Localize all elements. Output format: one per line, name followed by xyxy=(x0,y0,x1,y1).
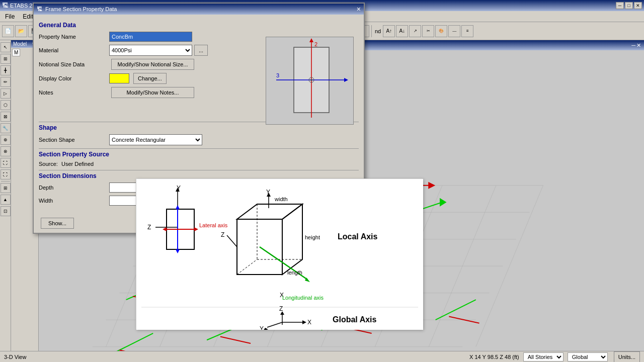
show-button[interactable]: Show... xyxy=(41,218,74,229)
text-up-btn[interactable]: A↑ xyxy=(383,25,395,37)
general-data-label: General Data xyxy=(39,22,359,29)
more-btn[interactable]: ≡ xyxy=(461,25,473,37)
text-dn-btn[interactable]: A↓ xyxy=(396,25,408,37)
left-tool-4[interactable]: ✏ xyxy=(1,77,11,87)
section-preview: 2 3 xyxy=(266,37,354,125)
svg-marker-70 xyxy=(309,38,313,42)
units-label: nd xyxy=(374,28,382,34)
svg-text:Z: Z xyxy=(221,231,224,238)
dialog-icon: 🏗 xyxy=(37,6,42,12)
material-label: Material xyxy=(39,47,109,53)
minimize-button[interactable]: ─ xyxy=(616,2,624,9)
axis-diagram[interactable]: Y Z Lateral axis Y xyxy=(136,178,423,329)
left-tool-11[interactable]: ⛶ xyxy=(1,158,11,168)
notional-size-row: Notional Size Data Modify/Show Notional … xyxy=(39,59,266,70)
left-tool-7[interactable]: ⊠ xyxy=(1,112,11,122)
section-shape-label: Section Shape xyxy=(39,137,109,143)
dialog-close-button[interactable]: × xyxy=(357,5,361,13)
change-color-button[interactable]: Change... xyxy=(133,73,167,84)
left-tool-6[interactable]: ⬡ xyxy=(1,100,11,110)
app-icon: 🏗 xyxy=(2,2,8,9)
svg-text:height: height xyxy=(305,234,320,240)
left-sep-1 xyxy=(1,181,10,182)
material-row: Material 4000Psi 3000Psi 5000Psi ... xyxy=(39,45,266,56)
svg-text:Z: Z xyxy=(279,305,283,312)
svg-text:X: X xyxy=(307,319,311,326)
maximize-button[interactable]: □ xyxy=(625,2,633,9)
dialog-title-text: Frame Section Property Data xyxy=(45,6,117,12)
svg-point-76 xyxy=(310,79,312,81)
left-tool-15[interactable]: ⊡ xyxy=(1,206,11,216)
general-data-section: Property Name Material 4000Psi 3000Psi 5… xyxy=(39,32,359,120)
left-panel: ↖ ⊞ ╋ ✏ ▷ ⬡ ⊠ 🔧 ⊕ ⊗ ⛶ ⛶ ⊞ ▲ ⊡ xyxy=(0,40,11,351)
stories-dropdown[interactable]: All Stories xyxy=(523,352,564,361)
svg-text:Z: Z xyxy=(147,224,151,231)
notes-button[interactable]: Modify/Show Notes... xyxy=(111,87,194,98)
left-tool-5[interactable]: ▷ xyxy=(1,88,11,99)
svg-text:2: 2 xyxy=(314,41,317,47)
source-row: Source: User Defined xyxy=(39,161,359,167)
section-shape-select[interactable]: Concrete Rectangular Concrete Circular S… xyxy=(109,134,202,145)
line-btn[interactable]: — xyxy=(448,25,460,37)
new-button[interactable]: 📄 xyxy=(2,25,14,37)
open-button[interactable]: 📂 xyxy=(15,25,27,37)
svg-text:Local Axis: Local Axis xyxy=(338,232,378,241)
svg-text:length: length xyxy=(287,269,302,276)
dialog-title-bar: 🏗 Frame Section Property Data × xyxy=(34,4,364,15)
divider-2 xyxy=(39,148,359,149)
left-tool-3[interactable]: ╋ xyxy=(1,65,11,75)
notional-size-label: Notional Size Data xyxy=(39,61,109,67)
svg-text:Global Axis: Global Axis xyxy=(333,315,377,324)
display-color-row: Display Color Change... xyxy=(39,73,266,84)
status-view-label: 3-D View xyxy=(4,354,26,360)
toolbar-separator-9 xyxy=(371,25,372,37)
preview-svg: 2 3 xyxy=(266,37,354,125)
model-tab[interactable]: M xyxy=(12,49,20,56)
pointer2-btn[interactable]: ↗ xyxy=(409,25,421,37)
menu-file[interactable]: File xyxy=(1,12,19,21)
color-btn[interactable]: 🎨 xyxy=(435,25,447,37)
shape-label: Shape xyxy=(39,124,359,131)
svg-text:Y: Y xyxy=(260,325,264,330)
svg-text:Lateral axis: Lateral axis xyxy=(199,222,228,228)
left-tool-12[interactable]: ⛶ xyxy=(1,169,11,179)
source-label: Source: User Defined xyxy=(39,161,109,167)
section-cut-btn[interactable]: ✂ xyxy=(422,25,434,37)
left-tool-8[interactable]: 🔧 xyxy=(1,123,11,133)
property-name-input[interactable] xyxy=(109,32,192,42)
left-tool-9[interactable]: ⊕ xyxy=(1,135,11,145)
section-shape-row: Section Shape Concrete Rectangular Concr… xyxy=(39,134,359,145)
svg-marker-73 xyxy=(344,78,348,82)
left-tool-2[interactable]: ⊞ xyxy=(1,54,11,64)
divider-3 xyxy=(39,170,359,170)
close-button[interactable]: ✕ xyxy=(634,2,642,9)
svg-text:3: 3 xyxy=(276,72,279,78)
depth-label: Depth xyxy=(39,185,109,191)
left-tool-13[interactable]: ⊞ xyxy=(1,183,11,193)
svg-text:width: width xyxy=(274,196,288,202)
notes-row: Notes Modify/Show Notes... xyxy=(39,87,266,98)
view-close[interactable]: ✕ xyxy=(636,42,641,49)
left-tool-10[interactable]: ⊗ xyxy=(1,146,11,156)
color-swatch xyxy=(109,73,129,83)
notional-size-button[interactable]: Modify/Show Notional Size... xyxy=(111,59,194,70)
svg-text:Longitudinal axis: Longitudinal axis xyxy=(282,295,324,301)
general-data-left: Property Name Material 4000Psi 3000Psi 5… xyxy=(39,32,266,120)
left-tool-14[interactable]: ▲ xyxy=(1,195,11,205)
width-label: Width xyxy=(39,198,109,204)
property-name-row: Property Name xyxy=(39,32,266,42)
title-bar-right[interactable]: ─ □ ✕ xyxy=(616,2,642,9)
view-controls[interactable]: ─ ✕ xyxy=(631,42,641,49)
units-button[interactable]: Units... xyxy=(614,351,640,363)
material-select[interactable]: 4000Psi 3000Psi 5000Psi xyxy=(109,45,192,56)
view-minimize[interactable]: ─ xyxy=(631,42,635,49)
status-right: X 14 Y 98.5 Z 48 (ft) All Stories Global… xyxy=(469,351,640,363)
notes-label: Notes xyxy=(39,89,109,96)
property-source-label: Section Property Source xyxy=(39,151,359,158)
axis-diagram-svg: Y Z Lateral axis Y xyxy=(136,179,423,330)
material-edit-button[interactable]: ... xyxy=(194,45,208,56)
status-bar: 3-D View X 14 Y 98.5 Z 48 (ft) All Stori… xyxy=(0,351,644,362)
property-name-label: Property Name xyxy=(39,34,109,40)
left-tool-1[interactable]: ↖ xyxy=(1,42,11,52)
global-dropdown[interactable]: Global xyxy=(568,352,608,361)
